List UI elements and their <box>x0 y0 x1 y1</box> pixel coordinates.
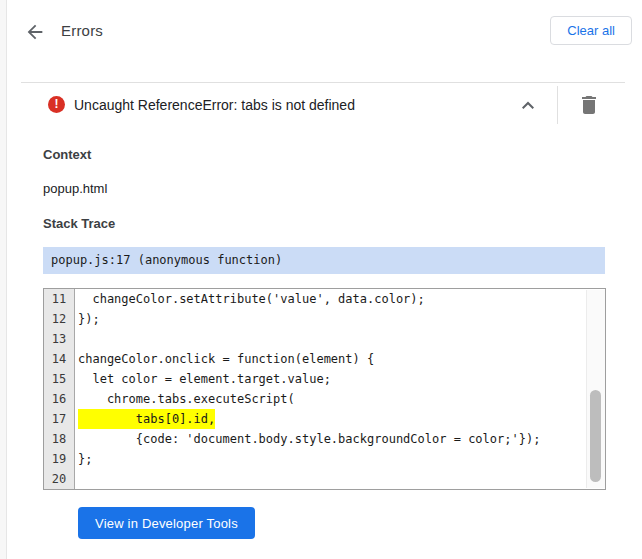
code-line: 12}); <box>44 309 605 329</box>
code-text: changeColor.setAttribute('value', data.c… <box>75 289 605 309</box>
scrollbar-thumb[interactable] <box>590 390 601 482</box>
chevron-up-icon <box>516 93 540 117</box>
code-text: {code: 'document.body.style.backgroundCo… <box>75 429 605 449</box>
code-line: 19}; <box>44 449 605 469</box>
error-details: Context popup.html Stack Trace popup.js:… <box>8 147 642 539</box>
row-divider <box>557 86 558 124</box>
line-number: 13 <box>44 329 75 349</box>
line-number: 14 <box>44 349 75 369</box>
code-line: 16 chrome.tabs.executeScript( <box>44 389 605 409</box>
header: Errors Clear all <box>8 0 642 82</box>
collapse-button[interactable] <box>516 93 540 117</box>
code-text: changeColor.onclick = function(element) … <box>75 349 605 369</box>
code-text: tabs[0].id, <box>75 409 605 429</box>
code-text: let color = element.target.value; <box>75 369 605 389</box>
error-row[interactable]: ! Uncaught ReferenceError: tabs is not d… <box>8 83 642 130</box>
code-text <box>75 469 605 489</box>
code-text: }); <box>75 309 605 329</box>
code-line: 15 let color = element.target.value; <box>44 369 605 389</box>
view-in-devtools-button[interactable]: View in Developer Tools <box>78 507 255 539</box>
code-line: 11 changeColor.setAttribute('value', dat… <box>44 289 605 309</box>
line-number: 19 <box>44 449 75 469</box>
page-title: Errors <box>61 22 103 39</box>
error-line-highlight: tabs[0].id, <box>78 409 215 429</box>
code-line: 13 <box>44 329 605 349</box>
code-text <box>75 329 605 349</box>
stack-frame-selected[interactable]: popup.js:17 (anonymous function) <box>43 247 605 274</box>
code-line: 14changeColor.onclick = function(element… <box>44 349 605 369</box>
context-value: popup.html <box>43 181 642 197</box>
line-number: 12 <box>44 309 75 329</box>
code-line: 20 <box>44 469 605 489</box>
line-number: 20 <box>44 469 75 489</box>
arrow-left-icon <box>24 21 46 43</box>
errors-panel: Errors Clear all ! Uncaught ReferenceErr… <box>8 0 642 559</box>
delete-error-button[interactable] <box>577 93 601 117</box>
code-text: }; <box>75 449 605 469</box>
line-number: 17 <box>44 409 75 429</box>
page-edge-strip <box>0 0 7 559</box>
line-number: 18 <box>44 429 75 449</box>
back-button[interactable] <box>24 21 46 43</box>
code-scrollbar[interactable] <box>586 290 605 488</box>
code-text: chrome.tabs.executeScript( <box>75 389 605 409</box>
line-number: 15 <box>44 369 75 389</box>
context-label: Context <box>43 147 642 163</box>
error-circle-icon: ! <box>48 96 65 113</box>
trash-icon <box>577 93 601 117</box>
code-line: 17 tabs[0].id, <box>44 409 605 429</box>
stack-trace-label: Stack Trace <box>43 216 642 232</box>
code-line: 18 {code: 'document.body.style.backgroun… <box>44 429 605 449</box>
code-lines: 11 changeColor.setAttribute('value', dat… <box>44 289 605 489</box>
code-box: 11 changeColor.setAttribute('value', dat… <box>43 288 606 490</box>
clear-all-button[interactable]: Clear all <box>550 16 632 45</box>
error-message: Uncaught ReferenceError: tabs is not def… <box>74 97 355 113</box>
line-number: 11 <box>44 289 75 309</box>
line-number: 16 <box>44 389 75 409</box>
